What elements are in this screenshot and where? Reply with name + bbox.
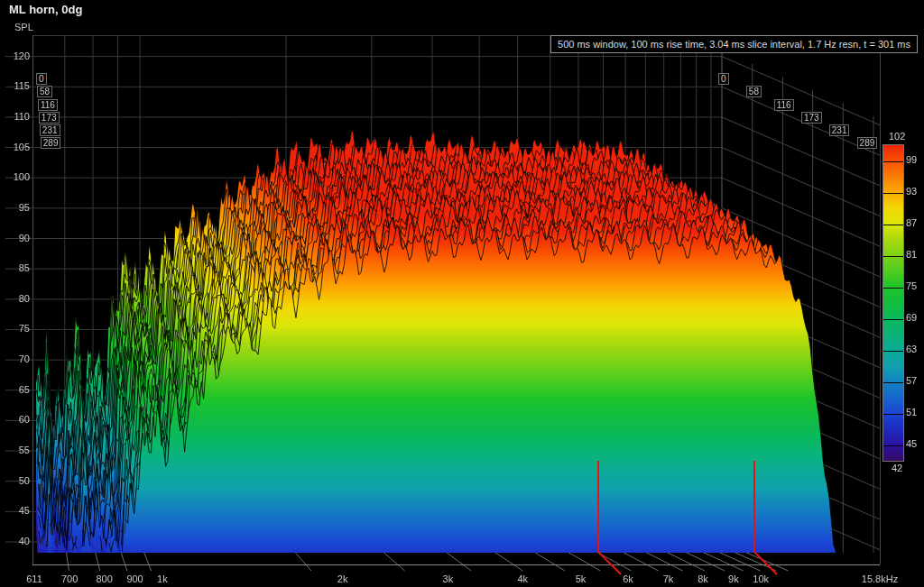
colorbar-tick-label: 63 <box>906 344 917 354</box>
colorbar-tick-mark <box>883 225 903 225</box>
time-tick-label: 231 <box>829 124 850 136</box>
freq-tick-label: 6k <box>623 573 633 584</box>
freq-tick-label: 700 <box>61 573 78 584</box>
spl-tick-label: 80 <box>3 293 30 304</box>
time-tick-label: 173 <box>801 112 822 124</box>
spl-tick-label: 90 <box>3 233 30 243</box>
spl-tick-label: 60 <box>3 414 30 425</box>
colorbar-tick-label: 75 <box>906 280 917 291</box>
freq-tick-label: 2k <box>337 573 348 584</box>
spl-tick-label: 110 <box>3 111 30 122</box>
spl-tick-label: 55 <box>3 445 30 455</box>
freq-tick-label: 5k <box>576 573 587 584</box>
time-tick-label: 289 <box>41 137 61 149</box>
waterfall-plot: ML horn, 0dg SPL 500 ms window, 100 ms r… <box>0 0 924 587</box>
spl-tick-label: 85 <box>3 262 30 273</box>
spl-tick-label: 65 <box>3 384 30 395</box>
colorbar-tick-label: 99 <box>906 154 917 165</box>
spl-tick-label: 50 <box>3 475 30 486</box>
colorbar-tick-label: 69 <box>906 312 917 323</box>
colorbar-tick-label: 102 <box>889 131 905 142</box>
colorbar-tick-mark <box>883 193 903 194</box>
colorbar-tick-mark <box>883 319 903 320</box>
spl-axis-title: SPL <box>14 22 33 32</box>
freq-tick-label: 900 <box>126 573 143 584</box>
colorbar-tick-label: 81 <box>906 249 917 260</box>
freq-tick-label: 800 <box>96 573 112 584</box>
colorbar-tick-mark <box>883 445 903 446</box>
time-tick-label: 0 <box>36 73 47 85</box>
spl-tick-label: 70 <box>3 353 30 364</box>
freq-tick-label: 10k <box>753 573 769 584</box>
colorbar-tick-mark <box>883 351 903 352</box>
colorbar-tick-label: 57 <box>906 375 917 386</box>
spl-tick-label: 95 <box>3 202 30 213</box>
colorbar-tick-label: 87 <box>906 217 917 228</box>
colorbar-tick-mark <box>883 161 903 162</box>
colorbar-tick-label: 51 <box>906 407 917 417</box>
colorbar-tick-mark <box>883 382 903 383</box>
time-tick-label: 116 <box>38 99 58 111</box>
freq-tick-label: 611 <box>26 573 42 584</box>
colorbar-tick-mark <box>883 256 903 257</box>
colorbar-tick-label: 93 <box>906 186 917 197</box>
spl-tick-label: 120 <box>3 50 30 61</box>
waterfall-canvas[interactable] <box>0 0 924 587</box>
page-title: ML horn, 0dg <box>9 3 82 16</box>
colorbar-tick-label: 42 <box>892 463 902 473</box>
time-tick-label: 289 <box>857 137 878 149</box>
colorbar-tick-mark <box>883 288 903 289</box>
freq-tick-label: 9k <box>728 573 739 584</box>
spl-tick-label: 115 <box>3 80 30 91</box>
freq-tick-label: 1k <box>157 573 168 584</box>
freq-tick-label: 7k <box>663 573 674 584</box>
freq-tick-label: 4k <box>517 573 528 584</box>
spl-tick-label: 105 <box>3 142 30 152</box>
colorbar-tick-label: 45 <box>906 438 917 449</box>
time-tick-label: 58 <box>746 86 762 97</box>
spl-tick-label: 45 <box>3 505 30 516</box>
measurement-info: 500 ms window, 100 ms rise time, 3.04 ms… <box>550 35 918 53</box>
colorbar-tick-mark <box>883 414 903 415</box>
spl-tick-label: 75 <box>3 323 30 334</box>
time-tick-label: 173 <box>39 112 60 124</box>
spl-tick-label: 100 <box>3 171 30 182</box>
colorbar-gradient <box>882 144 904 462</box>
spl-tick-label: 40 <box>3 536 30 546</box>
freq-tick-label: 3k <box>443 573 454 584</box>
time-tick-label: 0 <box>718 73 729 85</box>
time-tick-label: 58 <box>37 86 52 97</box>
time-tick-label: 231 <box>40 124 60 136</box>
time-tick-label: 116 <box>774 99 794 111</box>
freq-tick-label: 15.8kHz <box>862 573 898 584</box>
freq-tick-label: 8k <box>698 573 708 584</box>
